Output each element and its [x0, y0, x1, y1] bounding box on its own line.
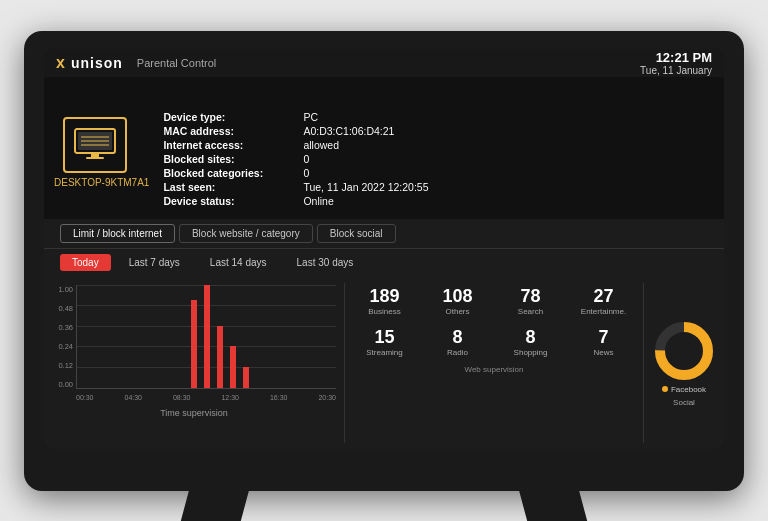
- bar-4: [230, 346, 236, 387]
- info-row-type: Device type: PC: [163, 111, 724, 123]
- info-row-mac: MAC address: A0:D3:C1:06:D4:21: [163, 125, 724, 137]
- bar-3: [217, 326, 223, 388]
- legend-label-facebook: Facebook: [671, 385, 706, 394]
- logo-name: unison: [71, 55, 123, 71]
- stat-shopping: 8 Shopping: [495, 324, 566, 361]
- period-7days[interactable]: Last 7 days: [117, 254, 192, 271]
- tv-stand-left: [179, 489, 250, 522]
- x-label-5: 16:30: [270, 394, 288, 401]
- logo-area: x unison Parental Control: [56, 54, 216, 72]
- stat-radio: 8 Radio: [422, 324, 493, 361]
- stat-label-search: Search: [497, 307, 564, 316]
- time-display: 12:21 PM Tue, 11 January: [640, 50, 712, 76]
- chart-plot: [76, 285, 336, 389]
- info-row-last-seen: Last seen: Tue, 11 Jan 2022 12:20:55: [163, 181, 724, 193]
- clock-time: 12:21 PM: [640, 50, 712, 65]
- x-label-2: 04:30: [124, 394, 142, 401]
- stat-number-search: 78: [497, 287, 564, 305]
- x-label-3: 08:30: [173, 394, 191, 401]
- social-section-label: Social: [673, 398, 695, 407]
- x-label-1: 00:30: [76, 394, 94, 401]
- stat-number-business: 189: [351, 287, 418, 305]
- info-row-blocked-cat: Blocked categories: 0: [163, 167, 724, 179]
- info-row-status: Device status: Online: [163, 195, 724, 207]
- main-content: 1.00 0.48 0.36 0.24 0.12 0.00: [44, 277, 724, 449]
- device-hostname: DESKTOP-9KTM7A1: [54, 177, 149, 188]
- info-label-status: Device status:: [163, 195, 303, 207]
- bar-5: [243, 367, 249, 388]
- chart-container: 1.00 0.48 0.36 0.24 0.12 0.00: [48, 285, 336, 405]
- stats-grid-row2: 15 Streaming 8 Radio 8 Shopping 7 News: [349, 324, 639, 361]
- stat-others: 108 Others: [422, 283, 493, 320]
- stat-entertainment: 27 Entertainme.: [568, 283, 639, 320]
- app-title-bar: x unison Parental Control 12:21 PM Tue, …: [44, 49, 724, 77]
- stat-business: 189 Business: [349, 283, 420, 320]
- bar-1: [191, 300, 197, 388]
- period-bar: Today Last 7 days Last 14 days Last 30 d…: [44, 249, 724, 277]
- info-value-internet: allowed: [303, 139, 339, 151]
- x-label-6: 20:30: [318, 394, 336, 401]
- y-axis: 1.00 0.48 0.36 0.24 0.12 0.00: [48, 285, 76, 389]
- y-label-3: 0.36: [58, 323, 73, 332]
- y-label-5: 0.12: [58, 361, 73, 370]
- stat-search: 78 Search: [495, 283, 566, 320]
- tv-stand-right: [519, 489, 590, 522]
- info-label-blocked-sites: Blocked sites:: [163, 153, 303, 165]
- stats-grid-row1: 189 Business 108 Others 78 Search 27 Ent…: [349, 283, 639, 320]
- period-today[interactable]: Today: [60, 254, 111, 271]
- period-14days[interactable]: Last 14 days: [198, 254, 279, 271]
- parental-label: Parental Control: [137, 57, 217, 69]
- tv-frame: x unison Parental Control 12:21 PM Tue, …: [24, 31, 744, 491]
- stat-number-others: 108: [424, 287, 491, 305]
- chart-area: 1.00 0.48 0.36 0.24 0.12 0.00: [44, 277, 344, 422]
- svg-rect-3: [86, 157, 104, 159]
- chart-title: Time supervision: [44, 408, 344, 418]
- x-axis: 00:30 04:30 08:30 12:30 16:30 20:30: [76, 391, 336, 405]
- web-supervision-title: Web supervision: [349, 365, 639, 374]
- tabs-bar: Limit / block internet Block website / c…: [44, 219, 724, 249]
- info-value-blocked-cat: 0: [303, 167, 309, 179]
- info-label-last-seen: Last seen:: [163, 181, 303, 193]
- stat-number-news: 7: [570, 328, 637, 346]
- tab-limit-block[interactable]: Limit / block internet: [60, 224, 175, 243]
- tab-block-website[interactable]: Block website / category: [179, 224, 313, 243]
- stat-label-radio: Radio: [424, 348, 491, 357]
- stat-number-radio: 8: [424, 328, 491, 346]
- y-label-6: 0.00: [58, 380, 73, 389]
- tab-block-social[interactable]: Block social: [317, 224, 396, 243]
- info-value-type: PC: [303, 111, 318, 123]
- info-value-blocked-sites: 0: [303, 153, 309, 165]
- tv-screen: x unison Parental Control 12:21 PM Tue, …: [44, 49, 724, 449]
- stat-label-streaming: Streaming: [351, 348, 418, 357]
- bar-2: [204, 285, 210, 388]
- social-area: Facebook Social: [644, 277, 724, 449]
- device-icon: [63, 117, 127, 173]
- x-label-4: 12:30: [221, 394, 239, 401]
- info-value-mac: A0:D3:C1:06:D4:21: [303, 125, 394, 137]
- info-label-blocked-cat: Blocked categories:: [163, 167, 303, 179]
- period-30days[interactable]: Last 30 days: [285, 254, 366, 271]
- info-label-mac: MAC address:: [163, 125, 303, 137]
- legend-dot-facebook: [662, 386, 668, 392]
- legend-facebook: Facebook: [662, 385, 706, 394]
- stat-number-shopping: 8: [497, 328, 564, 346]
- logo-x-icon: x: [56, 54, 65, 72]
- y-label-1: 1.00: [58, 285, 73, 294]
- info-value-last-seen: Tue, 11 Jan 2022 12:20:55: [303, 181, 428, 193]
- stat-number-streaming: 15: [351, 328, 418, 346]
- info-label-type: Device type:: [163, 111, 303, 123]
- info-row-internet: Internet access: allowed: [163, 139, 724, 151]
- svg-rect-2: [91, 153, 99, 157]
- stat-label-business: Business: [351, 307, 418, 316]
- stat-label-shopping: Shopping: [497, 348, 564, 357]
- stat-news: 7 News: [568, 324, 639, 361]
- stat-label-others: Others: [424, 307, 491, 316]
- info-label-internet: Internet access:: [163, 139, 303, 151]
- clock-date: Tue, 11 January: [640, 65, 712, 76]
- device-info-table: Device type: PC MAC address: A0:D3:C1:06…: [163, 111, 724, 209]
- donut-chart: [652, 319, 716, 383]
- y-label-4: 0.24: [58, 342, 73, 351]
- stat-label-entertainment: Entertainme.: [570, 307, 637, 316]
- stat-label-news: News: [570, 348, 637, 357]
- stat-streaming: 15 Streaming: [349, 324, 420, 361]
